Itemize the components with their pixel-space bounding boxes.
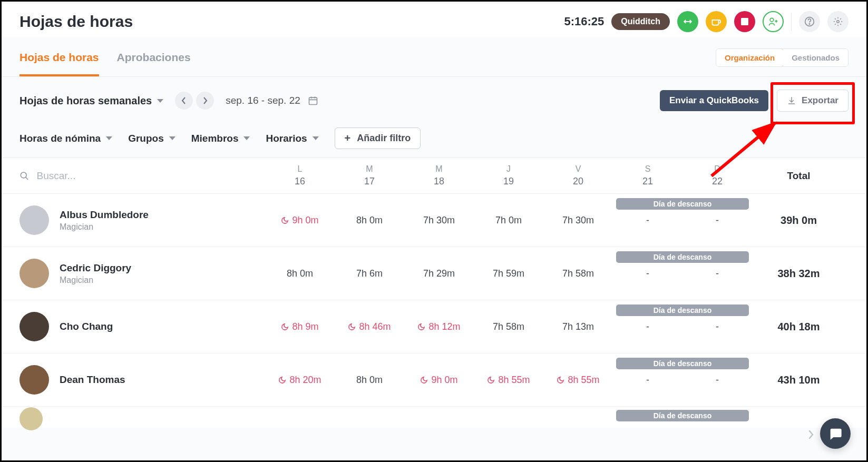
table-row[interactable]: Cho Chang8h 9m8h 46m8h 12m7h 58m7h 13mDí… (2, 300, 866, 353)
table-row[interactable]: Albus DumbledoreMagician9h 0m8h 0m7h 30m… (2, 194, 866, 247)
timesheet-cell[interactable]: 8h 12m (404, 300, 474, 353)
person-cell: Cho Chang (2, 301, 265, 352)
timesheet-cell[interactable]: 7h 30m (543, 194, 613, 247)
segment-1[interactable]: Gestionados (783, 49, 848, 66)
moon-icon (557, 376, 564, 384)
export-button[interactable]: Exportar (777, 90, 849, 112)
timesheet-cell[interactable]: 8h 55m (474, 353, 543, 406)
search-input[interactable] (37, 170, 248, 182)
timesheet-cell[interactable]: 9h 0m (265, 194, 335, 247)
swap-icon (683, 17, 693, 26)
toolbar-left: Hojas de horas semanales sep. 16 - sep. … (19, 92, 318, 110)
date-range-text: sep. 16 - sep. 22 (226, 95, 300, 106)
timesheet-cell[interactable]: 7h 58m (543, 247, 613, 300)
chevron-right-icon (202, 97, 208, 104)
timesheet-cell[interactable]: 8h 0m (335, 194, 404, 247)
timer-display: 5:16:25 (564, 15, 604, 28)
scope-segmented-control: OrganizaciónGestionados (716, 48, 849, 67)
moon-icon (281, 217, 289, 224)
prev-week-button[interactable] (175, 92, 193, 110)
main-tabs: Hojas de horasAprobaciones (19, 43, 191, 76)
stop-icon (741, 18, 748, 25)
calendar-icon (308, 95, 318, 106)
toolbar: Hojas de horas semanales sep. 16 - sep. … (2, 77, 866, 116)
timesheet-cell[interactable]: Día de descanso- (613, 247, 682, 300)
play-button[interactable] (677, 11, 698, 32)
project-badge[interactable]: Quidditch (611, 13, 670, 30)
day-header-0: L16 (265, 158, 335, 193)
add-user-button[interactable] (763, 11, 784, 32)
settings-button[interactable] (827, 11, 849, 32)
timesheet-cell[interactable]: 7h 58m (474, 300, 543, 353)
timesheet-cell[interactable]: - (682, 247, 752, 300)
add-filter-button[interactable]: + Añadir filtro (335, 127, 421, 149)
timesheet-cell[interactable]: 8h 46m (335, 300, 404, 353)
timesheet-cell[interactable]: 7h 59m (474, 247, 543, 300)
person-cell: Albus DumbledoreMagician (2, 195, 265, 245)
chevron-down-icon (106, 136, 112, 140)
add-filter-label: Añadir filtro (357, 133, 411, 144)
gear-icon (833, 17, 843, 26)
timesheet-cell[interactable]: 8h 55m (543, 353, 613, 406)
period-selector[interactable]: Hojas de horas semanales (19, 95, 163, 107)
filter-2[interactable]: Miembros (191, 133, 250, 144)
tab-0[interactable]: Hojas de horas (19, 43, 99, 76)
table-search-col (2, 160, 265, 192)
toolbar-right: Enviar a QuickBooks Exportar (660, 90, 849, 112)
timesheet-cell[interactable]: - (682, 300, 752, 353)
header-actions: 5:16:25 Quidditch (564, 11, 849, 32)
filter-0[interactable]: Horas de nómina (19, 133, 112, 144)
tab-1[interactable]: Aprobaciones (117, 43, 191, 76)
person-name: Cedric Diggory (60, 262, 131, 274)
timesheet-cell[interactable]: Día de descanso- (613, 300, 682, 353)
download-icon (787, 96, 796, 105)
person-role: Magician (60, 222, 149, 232)
avatar (19, 205, 49, 235)
date-range[interactable]: sep. 16 - sep. 22 (226, 95, 318, 106)
help-icon (804, 16, 815, 27)
timesheet-cell[interactable]: 7h 30m (404, 194, 474, 247)
timesheet-cell[interactable]: - (682, 353, 752, 406)
filter-3[interactable]: Horarios (266, 133, 318, 144)
rest-day-badge: Día de descanso (616, 410, 749, 421)
total-column-header: Total (752, 170, 866, 182)
day-header-2: M18 (404, 158, 474, 193)
page-title: Hojas de horas (19, 13, 133, 31)
person-name: Dean Thomas (60, 374, 125, 386)
timesheet-cell[interactable]: 9h 0m (404, 353, 474, 406)
chevron-right-icon (807, 430, 814, 439)
timesheet-cell[interactable]: 8h 0m (335, 353, 404, 406)
timesheet-cell[interactable]: 8h 9m (265, 300, 335, 353)
day-header-5: S21 (613, 158, 682, 193)
stop-button[interactable] (734, 11, 755, 32)
timesheet-cell[interactable]: 7h 6m (335, 247, 404, 300)
moon-icon (417, 323, 425, 331)
timesheet-cell[interactable]: Día de descanso- (613, 194, 682, 247)
svg-rect-0 (741, 18, 748, 25)
chevron-down-icon (313, 136, 319, 140)
moon-icon (281, 323, 289, 331)
table-row[interactable]: Cedric DiggoryMagician8h 0m7h 6m7h 29m7h… (2, 247, 866, 300)
table-row[interactable]: Dean Thomas8h 20m8h 0m9h 0m8h 55m8h 55mD… (2, 353, 866, 407)
send-quickbooks-button[interactable]: Enviar a QuickBooks (660, 90, 768, 111)
scroll-right-button[interactable] (807, 430, 814, 439)
timesheet-cell[interactable]: 7h 0m (474, 194, 543, 247)
filter-1[interactable]: Grupos (128, 133, 175, 144)
period-label: Hojas de horas semanales (19, 95, 152, 107)
timesheet-cell[interactable]: 8h 0m (265, 247, 335, 300)
timesheet-cell[interactable]: 7h 13m (543, 300, 613, 353)
pause-button[interactable] (706, 11, 727, 32)
segment-0[interactable]: Organización (716, 48, 784, 67)
next-week-button[interactable] (196, 92, 214, 110)
avatar (19, 312, 49, 341)
timesheet-cell[interactable]: Día de descanso- (613, 353, 682, 406)
chat-fab[interactable] (820, 418, 851, 449)
timesheet-cell[interactable]: 8h 20m (265, 353, 335, 406)
timesheet-cell[interactable]: - (682, 194, 752, 247)
avatar (19, 407, 43, 430)
chevron-down-icon (243, 136, 250, 140)
help-button[interactable] (799, 11, 820, 32)
svg-rect-5 (309, 97, 317, 104)
row-total: 43h 10m (752, 374, 866, 386)
timesheet-cell[interactable]: 7h 29m (404, 247, 474, 300)
